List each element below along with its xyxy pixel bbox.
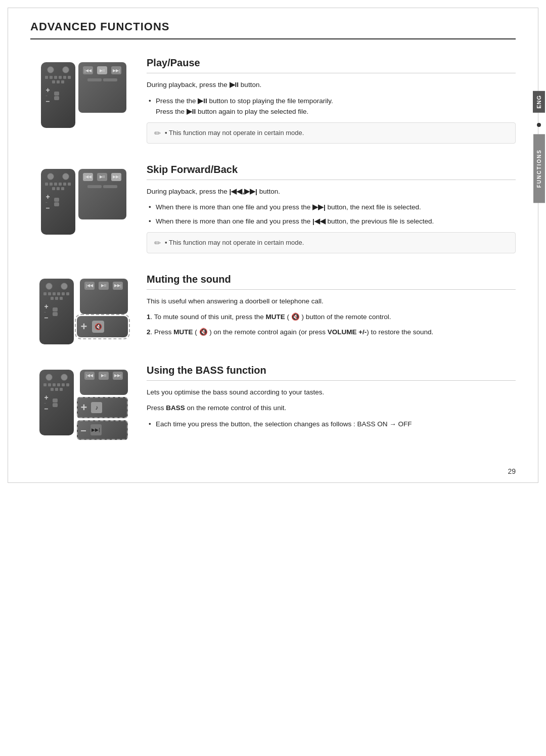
note-text-skip: ▪ This function may not operate in certa…	[165, 238, 304, 248]
section-mute: + — – |◀◀ ▶II	[30, 274, 516, 344]
bass-panel-container: |◀◀ ▶II ▶▶| + ♪ – ▶▶|	[77, 370, 128, 440]
bullet-skip-1: When there is more than one file and you…	[147, 202, 516, 213]
transport-row-2: |◀◀ ▶II ▶▶|	[83, 173, 121, 181]
remote-body-2: + — –	[41, 169, 75, 235]
note-skip: ✏ ▪ This function may not operate in cer…	[147, 232, 516, 253]
remote-panel-4-top: |◀◀ ▶II ▶▶|	[80, 370, 128, 395]
remote-f-btn-3	[61, 283, 68, 290]
desc-bass-main: Lets you optimise the bass sound accordi…	[147, 387, 516, 398]
remote-panel-1: |◀◀ ▶II ▶▶|	[78, 62, 126, 113]
page-header: ADVANCED FUNCTIONS	[30, 20, 516, 39]
bullets-play-pause: Press the the ▶II button to stop playing…	[147, 96, 516, 117]
remote-dots-2	[44, 183, 72, 190]
remote-panel-3-top: |◀◀ ▶II ▶▶|	[80, 279, 128, 314]
transport-row-1: |◀◀ ▶II ▶▶|	[83, 66, 121, 74]
mute-btn-large: 🔇	[92, 321, 104, 333]
transport-row-3: |◀◀ ▶II ▶▶|	[84, 282, 123, 290]
remote-skip: + — – |◀◀ ▶II ▶▶|	[30, 164, 136, 235]
numbered-mute-2: 2. Press MUTE ( 🔇 ) on the remote contro…	[147, 327, 516, 338]
bass-highlight-area: + ♪	[77, 397, 128, 418]
play-pause-btn-2: ▶II	[97, 173, 107, 181]
bullet-bass-1: Each time you press the button, the sele…	[147, 419, 516, 430]
bass-note-btn: ♪	[91, 402, 102, 413]
remote-dots-4	[43, 383, 70, 391]
desc-play-pause-main: During playback, press the ▶II button.	[147, 79, 516, 91]
play-pause-btn-4: ▶II	[99, 372, 109, 380]
remote-mute: + — – |◀◀ ▶II	[30, 274, 136, 344]
note-icon-1: ✏	[154, 128, 161, 138]
remote-f-btn-4	[61, 374, 68, 381]
desc-bass-2: Press BASS on the remote control of this…	[147, 403, 516, 414]
remote-f-btn	[62, 66, 69, 73]
remote-panel-dots-2	[87, 185, 117, 188]
desc-mute-main: This is useful when answering a doorbell…	[147, 296, 516, 307]
section-content-bass: Using the BASS function Lets you optimis…	[136, 365, 516, 435]
sidebar-eng: ENG	[533, 91, 545, 113]
section-skip: + — – |◀◀ ▶II ▶▶|	[30, 164, 516, 253]
sidebar-functions: FUNCTIONS	[533, 134, 545, 203]
bullets-skip: When there is more than one file and you…	[147, 202, 516, 227]
skip-back-btn-4: |◀◀	[84, 372, 95, 380]
section-title-mute: Muting the sound	[147, 274, 516, 290]
page-wrapper: ENG FUNCTIONS ADVANCED FUNCTIONS	[0, 0, 546, 491]
remote-dots-1	[44, 76, 72, 83]
numbered-mute: 1. To mute sound of this unit, press the…	[147, 312, 516, 337]
bullet-play-pause-1: Press the the ▶II button to stop playing…	[147, 96, 516, 117]
mute-highlight-box: + 🔇	[77, 316, 128, 337]
section-content-mute: Muting the sound This is useful when ans…	[136, 274, 516, 342]
skip-fwd-btn: ▶▶|	[111, 66, 121, 74]
sidebar-dot	[537, 123, 541, 127]
section-bass: + — – |◀◀ ▶II	[30, 365, 516, 440]
remote-power-btn-2	[47, 173, 54, 180]
note-icon-2: ✏	[154, 238, 161, 248]
section-title-skip: Skip Forward/Back	[147, 164, 516, 180]
remote-power-btn-4	[46, 374, 53, 381]
skip-back-btn-3: |◀◀	[84, 282, 95, 290]
page-title: ADVANCED FUNCTIONS	[30, 20, 516, 33]
remote-body-4: + — –	[39, 370, 74, 435]
skip-fwd-btn-3: ▶▶|	[113, 282, 123, 290]
bass-minus: –	[81, 424, 86, 436]
volume-plus-large: +	[81, 320, 87, 333]
right-sidebar: ENG FUNCTIONS	[532, 91, 546, 203]
play-pause-btn-3: ▶II	[99, 282, 109, 290]
remote-panel-2: |◀◀ ▶II ▶▶|	[78, 169, 126, 219]
section-content-skip: Skip Forward/Back During playback, press…	[136, 164, 516, 253]
page-number: 29	[508, 467, 516, 475]
remote-body-1: + — –	[41, 62, 75, 128]
bass-skip-btn: ▶▶|	[90, 424, 102, 435]
bass-plus: +	[81, 401, 87, 414]
remote-body-3: + — –	[39, 279, 74, 344]
remote-power-btn-3	[46, 283, 53, 290]
bullet-skip-2: When there is more than one file and you…	[147, 216, 516, 227]
section-title-play-pause: Play/Pause	[147, 57, 516, 73]
skip-fwd-btn-4: ▶▶|	[113, 372, 123, 380]
remote-panel-dots-1	[87, 78, 117, 81]
transport-row-4: |◀◀ ▶II ▶▶|	[84, 372, 123, 380]
remote-dots-3	[43, 292, 70, 300]
remote-bass: + — – |◀◀ ▶II	[30, 365, 136, 440]
play-pause-btn: ▶II	[97, 66, 107, 74]
remote-f-btn-2	[62, 173, 69, 180]
note-text-play-pause: ▪ This function may not operate in certa…	[165, 128, 304, 138]
numbered-mute-1: 1. To mute sound of this unit, press the…	[147, 312, 516, 323]
section-content-play-pause: Play/Pause During playback, press the ▶I…	[136, 57, 516, 144]
skip-back-btn: |◀◀	[83, 66, 93, 74]
skip-back-btn-2: |◀◀	[83, 173, 93, 181]
section-title-bass: Using the BASS function	[147, 365, 516, 381]
desc-skip-main: During playback, press the |◀◀,▶▶| butto…	[147, 186, 516, 197]
remote-play-pause: + — – |◀◀ ▶II ▶▶|	[30, 57, 136, 128]
note-play-pause: ✏ ▪ This function may not operate in cer…	[147, 122, 516, 144]
skip-fwd-btn-2: ▶▶|	[111, 173, 121, 181]
bullets-bass: Each time you press the button, the sele…	[147, 419, 516, 430]
remote-power-btn	[47, 66, 54, 73]
bass-highlight-area-2: – ▶▶|	[77, 420, 128, 440]
section-play-pause: + — – |◀◀ ▶II ▶▶|	[30, 57, 516, 144]
